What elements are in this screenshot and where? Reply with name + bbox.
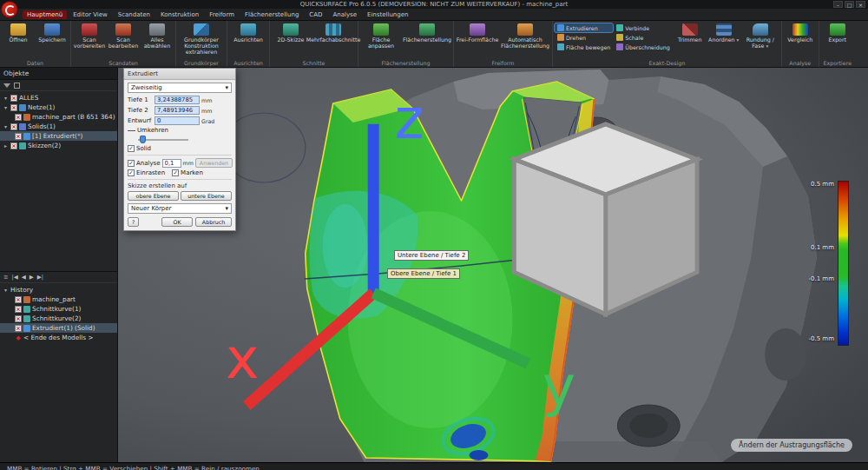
solid-checkbox[interactable]: ✓ xyxy=(128,145,135,152)
body-mode-dropdown[interactable]: Neuer Körper ▾ xyxy=(128,203,232,214)
ribbon-group-label: Scandaten xyxy=(73,59,174,67)
export-button[interactable]: Export xyxy=(821,22,854,59)
history-item-schnittkurve1[interactable]: × Schnittkurve(1) xyxy=(0,304,117,314)
display-mode-icon[interactable] xyxy=(14,83,20,89)
marks-checkbox[interactable]: ✓ xyxy=(172,169,179,176)
depth-slider[interactable] xyxy=(138,136,188,143)
fit-surface-button[interactable]: Fläche anpassen xyxy=(360,22,402,59)
step-last-icon[interactable]: ▶| xyxy=(37,275,43,281)
deselect-all-button[interactable]: Alles abwählen xyxy=(141,22,174,59)
tree-item-extrudiert[interactable]: × [1] Extrudiert(*) xyxy=(0,131,117,141)
shell-button[interactable]: Schale xyxy=(614,33,672,42)
cancel-button[interactable]: Abbruch xyxy=(195,217,232,227)
extrude-button[interactable]: Extrudieren xyxy=(555,23,613,32)
pattern-button[interactable]: Anordnen ▾ xyxy=(707,22,740,59)
help-button[interactable]: ? xyxy=(128,217,139,227)
y-axis-label: y xyxy=(542,354,575,419)
menu-analyse[interactable]: Analyse xyxy=(328,10,361,19)
visibility-checkbox[interactable]: × xyxy=(15,325,22,332)
tree-item-skizzen[interactable]: ▸ × Skizzen(2) xyxy=(0,141,117,150)
menu-flaechenerstellung[interactable]: Flächenerstellung xyxy=(240,10,303,19)
scan-edit-button[interactable]: Scan bearbeiten xyxy=(107,22,140,59)
apply-button[interactable]: Anwenden xyxy=(195,158,233,168)
analyse-checkbox[interactable]: ✓ xyxy=(128,160,135,167)
history-item-ende[interactable]: ◆ < Ende des Modells > xyxy=(0,333,117,342)
step-first-icon[interactable]: |◀ xyxy=(11,275,17,281)
scan-prepare-button[interactable]: Scan vorbereiten xyxy=(73,22,106,59)
move-face-button[interactable]: Fläche bewegen xyxy=(555,43,613,51)
view-cube[interactable] xyxy=(514,124,697,314)
intersect-icon xyxy=(616,43,623,50)
menu-einstellungen[interactable]: Einstellungen xyxy=(363,10,412,19)
tree-item-alles[interactable]: ▾ × ALLES xyxy=(0,93,117,103)
sketch-2d-button[interactable]: 2D-Skizze xyxy=(272,22,310,59)
visibility-checkbox[interactable]: × xyxy=(15,296,22,303)
freeform-surface-button[interactable]: Frei-Formfläche xyxy=(456,22,499,59)
slider-thumb[interactable] xyxy=(140,136,146,143)
menu-hauptmenu[interactable]: Hauptmenü xyxy=(23,10,67,19)
analyse-tolerance-input[interactable] xyxy=(162,159,181,168)
menu-scandaten[interactable]: Scandaten xyxy=(114,10,155,19)
menu-editor-view[interactable]: Editor View xyxy=(69,10,112,19)
tiefe2-input[interactable] xyxy=(155,106,200,115)
visibility-checkbox[interactable]: × xyxy=(10,104,17,111)
ok-button[interactable]: OK xyxy=(161,217,193,227)
maximize-button[interactable]: □ xyxy=(845,1,854,8)
tree-item-machine-part[interactable]: × machine_part (B 651 364) xyxy=(0,112,117,122)
join-button[interactable]: Verbinde xyxy=(614,23,672,32)
umkehren-label[interactable]: Umkehren xyxy=(137,127,168,134)
close-button[interactable]: × xyxy=(856,1,865,8)
visibility-checkbox[interactable]: × xyxy=(10,142,17,149)
revolve-button[interactable]: Drehen xyxy=(555,33,613,42)
expander-icon[interactable]: ▾ xyxy=(3,287,9,293)
visibility-checkbox[interactable]: × xyxy=(15,306,22,313)
visibility-checkbox[interactable]: × xyxy=(15,133,22,140)
dialog-title[interactable]: Extrudiert xyxy=(124,69,235,80)
visibility-checkbox[interactable]: × xyxy=(10,95,17,102)
tree-item-netze[interactable]: ▾ × Netze(1) xyxy=(0,103,117,112)
tiefe1-label: Tiefe 1 xyxy=(128,96,153,103)
menu-freiform[interactable]: Freiform xyxy=(205,10,239,19)
open-button[interactable]: Öffnen xyxy=(2,22,35,59)
history-item-machine-part[interactable]: × machine_part xyxy=(0,295,117,304)
intersect-button[interactable]: Überschneidung xyxy=(614,43,672,51)
menu-cad[interactable]: CAD xyxy=(305,10,326,19)
history-panel: ≡ |◀ ◀ ▶ ▶| ▾ History × machine_par xyxy=(0,272,117,462)
multi-sections-button[interactable]: Mehrfachabschnitte xyxy=(311,22,356,59)
visibility-checkbox[interactable]: × xyxy=(15,315,22,322)
expander-icon[interactable]: ▾ xyxy=(3,104,9,110)
step-forward-icon[interactable]: ▶ xyxy=(30,275,34,281)
snap-checkbox[interactable]: ✓ xyxy=(128,169,135,176)
lower-plane-button[interactable]: untere Ebene xyxy=(181,191,232,201)
mesh-icon xyxy=(19,104,26,111)
ribbon-group-label: Ausrichten xyxy=(229,59,267,67)
step-back-icon[interactable]: ◀ xyxy=(22,275,26,281)
history-root[interactable]: ▾ History xyxy=(0,285,117,295)
tiefe1-input[interactable] xyxy=(155,96,200,104)
primitive-extract-button[interactable]: Grundkörper Konstruktion extrahieren xyxy=(178,22,225,59)
compare-button[interactable]: Vergleich xyxy=(784,22,817,59)
compare-icon xyxy=(792,23,808,36)
visibility-checkbox[interactable]: × xyxy=(15,114,22,121)
mode-dropdown[interactable]: Zweiseitig ▾ xyxy=(128,83,232,93)
minimize-button[interactable]: – xyxy=(833,1,843,8)
tree-item-solids[interactable]: ▾ × Solids(1) xyxy=(0,122,117,131)
trim-button[interactable]: Trimmen xyxy=(674,22,707,59)
visibility-checkbox[interactable]: × xyxy=(10,123,17,130)
expander-icon[interactable]: ▾ xyxy=(3,123,9,129)
entwurf-input[interactable] xyxy=(155,116,200,125)
menu-konstruktion[interactable]: Konstruktion xyxy=(156,10,203,19)
expander-icon[interactable]: ▾ xyxy=(3,95,9,101)
align-button[interactable]: Ausrichten xyxy=(229,22,267,59)
history-item-schnittkurve2[interactable]: × Schnittkurve(2) xyxy=(0,314,117,323)
expander-icon[interactable]: ▸ xyxy=(3,142,9,149)
history-item-extrudiert[interactable]: × Extrudiert(1) (Solid) xyxy=(0,323,117,333)
list-icon[interactable]: ≡ xyxy=(3,275,8,281)
surface-create-button[interactable]: Flächenerstellung xyxy=(403,22,451,59)
shell-icon xyxy=(616,34,623,41)
upper-plane-button[interactable]: obere Ebene xyxy=(128,191,179,201)
filter-icon[interactable] xyxy=(3,83,10,88)
fillet-chamfer-button[interactable]: Rundung / Fase ▾ xyxy=(741,22,779,59)
auto-surface-button[interactable]: Automatisch Flächenerstellung xyxy=(500,22,550,59)
save-button[interactable]: Speichern xyxy=(36,22,69,59)
